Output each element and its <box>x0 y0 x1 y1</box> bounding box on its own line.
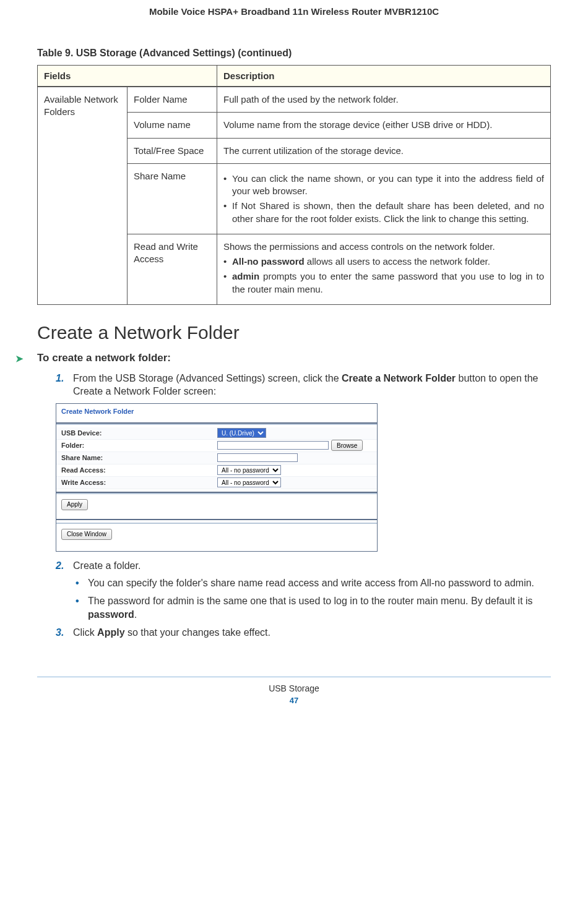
step2-sub2: The password for admin is the same one t… <box>73 594 551 621</box>
field-total-free-space: Total/Free Space <box>128 138 217 163</box>
share-name-label: Share Name: <box>56 454 217 461</box>
desc-volume-name: Volume name from the storage device (eit… <box>217 113 551 138</box>
desc-read-write-access: Shows the permissions and access control… <box>217 234 551 304</box>
footer-rule <box>37 677 551 677</box>
field-read-write-access: Read and Write Access <box>128 234 217 304</box>
group-available-network-folders: Available Network Folders <box>38 87 128 304</box>
th-fields: Fields <box>38 66 217 87</box>
step-3: 3. Click Apply so that your changes take… <box>56 626 551 640</box>
step2-sub2-pre: The password for admin is the same one t… <box>88 596 533 606</box>
field-share-name: Share Name <box>128 163 217 234</box>
rw-b1-rest: allows all users to access the network f… <box>305 256 490 267</box>
desc-total-free-space: The current utilization of the storage d… <box>217 138 551 163</box>
rw-b1-bold: All-no password <box>232 256 305 267</box>
step-num-2: 2. <box>56 559 64 573</box>
rw-b2-rest: prompts you to enter the same password t… <box>232 271 544 294</box>
step-2: 2. Create a folder. You can specify the … <box>56 559 551 621</box>
divider <box>56 519 377 520</box>
step1-bold: Create a Network Folder <box>342 373 456 383</box>
usb-storage-table: Fields Description Available Network Fol… <box>37 65 551 305</box>
footer-section: USB Storage <box>37 683 551 693</box>
page-header: Mobile Voice HSPA+ Broadband 11n Wireles… <box>37 0 551 48</box>
read-access-label: Read Access: <box>56 466 217 474</box>
rw-bullet-2: admin prompts you to enter the same pass… <box>223 270 544 296</box>
divider <box>56 523 377 524</box>
rw-bullet-1: All-no password allows all users to acce… <box>223 255 544 268</box>
folder-input[interactable] <box>217 441 329 450</box>
write-access-select[interactable]: All - no password <box>217 477 281 487</box>
desc-folder-name: Full path of the used by the network fol… <box>217 87 551 113</box>
apply-button[interactable]: Apply <box>61 499 88 510</box>
step-num-1: 1. <box>56 372 64 385</box>
step2-text: Create a folder. <box>73 560 141 571</box>
field-folder-name: Folder Name <box>128 87 217 113</box>
step-num-3: 3. <box>56 626 64 640</box>
step3-bold: Apply <box>97 627 124 638</box>
folder-label: Folder: <box>56 442 217 449</box>
usb-device-label: USB Device: <box>56 429 217 437</box>
section-title: Create a Network Folder <box>37 322 551 343</box>
field-volume-name: Volume name <box>128 113 217 138</box>
page-number: 47 <box>37 696 551 705</box>
share-bullet-1: You can click the name shown, or you can… <box>223 173 544 198</box>
procedure-title-text: To create a network folder: <box>37 352 171 364</box>
rw-b2-bold: admin <box>232 271 259 281</box>
step2-sub2-post: . <box>134 609 137 620</box>
step2-sub1: You can specify the folder's share name … <box>73 576 551 590</box>
step1-pre: From the USB Storage (Advanced Settings)… <box>73 373 342 383</box>
th-description: Description <box>217 66 551 87</box>
close-window-button[interactable]: Close Window <box>61 529 112 540</box>
browse-button[interactable]: Browse <box>331 440 363 451</box>
share-name-input[interactable] <box>217 453 298 462</box>
step3-post: so that your changes take effect. <box>125 627 270 638</box>
rw-lead: Shows the permissions and access control… <box>223 241 544 253</box>
read-access-select[interactable]: All - no password <box>217 465 281 475</box>
share-bullet-2: If Not Shared is shown, then the default… <box>223 200 544 225</box>
table-caption: Table 9. USB Storage (Advanced Settings)… <box>37 48 551 59</box>
chevron-right-icon: ➤ <box>15 353 24 364</box>
procedure-title: ➤ To create a network folder: <box>37 352 551 364</box>
step3-pre: Click <box>73 627 97 638</box>
write-access-label: Write Access: <box>56 479 217 486</box>
dialog-title: Create Network Folder <box>56 404 377 422</box>
step-1: 1. From the USB Storage (Advanced Settin… <box>56 372 551 398</box>
usb-device-select[interactable]: U. (U.Drive) <box>217 428 266 438</box>
create-network-folder-dialog: Create Network Folder USB Device: U. (U.… <box>56 403 378 552</box>
step2-sub2-bold: password <box>88 609 134 620</box>
desc-share-name: You can click the name shown, or you can… <box>217 163 551 234</box>
